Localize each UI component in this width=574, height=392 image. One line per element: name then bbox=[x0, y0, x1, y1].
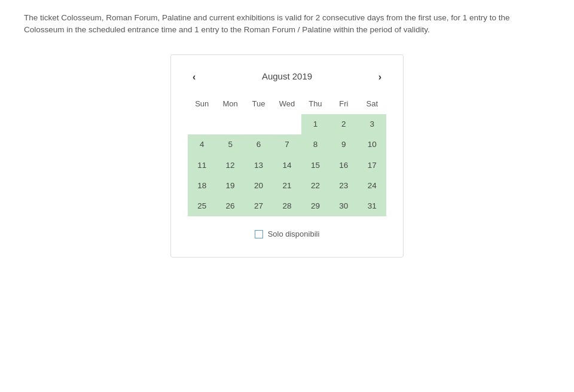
month-year-label: August 2019 bbox=[262, 70, 312, 84]
calendar-day-21[interactable]: 21 bbox=[273, 176, 301, 196]
calendar-day-9[interactable]: 9 bbox=[329, 134, 358, 155]
calendar-header: ‹ August 2019 › bbox=[188, 69, 386, 85]
calendar-day-22[interactable]: 22 bbox=[301, 176, 329, 196]
calendar-day-23[interactable]: 23 bbox=[329, 176, 358, 196]
calendar-grid: SunMonTueWedThuFriSat 123456789101112131… bbox=[188, 94, 386, 217]
calendar-day-19[interactable]: 19 bbox=[216, 176, 244, 196]
calendar-week-row: 11121314151617 bbox=[188, 155, 386, 176]
calendar-day-6[interactable]: 6 bbox=[245, 134, 273, 155]
calendar-week-row: 18192021222324 bbox=[188, 176, 386, 196]
next-month-button[interactable]: › bbox=[374, 69, 386, 85]
calendar-day-10[interactable]: 10 bbox=[358, 134, 386, 155]
calendar-day-13[interactable]: 13 bbox=[245, 155, 273, 176]
calendar-day-4[interactable]: 4 bbox=[188, 134, 216, 155]
calendar-day-27[interactable]: 27 bbox=[245, 196, 273, 216]
calendar-day-30[interactable]: 30 bbox=[329, 196, 358, 216]
solo-disponibili-label: Solo disponibili bbox=[268, 228, 320, 240]
calendar-day-2[interactable]: 2 bbox=[329, 114, 358, 134]
calendar-day-26[interactable]: 26 bbox=[216, 196, 244, 216]
calendar-day-15[interactable]: 15 bbox=[301, 155, 329, 176]
calendar-empty-cell bbox=[216, 114, 244, 134]
calendar-day-20[interactable]: 20 bbox=[245, 176, 273, 196]
solo-disponibili-checkbox[interactable] bbox=[255, 230, 263, 238]
weekday-header-row: SunMonTueWedThuFriSat bbox=[188, 94, 386, 115]
legend: Solo disponibili bbox=[188, 228, 386, 240]
calendar-day-1[interactable]: 1 bbox=[301, 114, 329, 134]
description-text: The ticket Colosseum, Roman Forum, Palat… bbox=[24, 12, 538, 36]
calendar-day-5[interactable]: 5 bbox=[216, 134, 244, 155]
calendar-day-25[interactable]: 25 bbox=[188, 196, 216, 216]
calendar-day-7[interactable]: 7 bbox=[273, 134, 301, 155]
weekday-wed: Wed bbox=[273, 94, 301, 115]
calendar-day-18[interactable]: 18 bbox=[188, 176, 216, 196]
calendar-day-16[interactable]: 16 bbox=[329, 155, 358, 176]
calendar-week-row: 45678910 bbox=[188, 134, 386, 155]
calendar-empty-cell bbox=[273, 114, 301, 134]
calendar-day-29[interactable]: 29 bbox=[301, 196, 329, 216]
weekday-mon: Mon bbox=[216, 94, 244, 115]
weekday-sat: Sat bbox=[358, 94, 386, 115]
prev-month-button[interactable]: ‹ bbox=[188, 69, 200, 85]
calendar-empty-cell bbox=[188, 114, 216, 134]
calendar-day-11[interactable]: 11 bbox=[188, 155, 216, 176]
calendar-day-24[interactable]: 24 bbox=[358, 176, 386, 196]
calendar-day-14[interactable]: 14 bbox=[273, 155, 301, 176]
calendar-day-17[interactable]: 17 bbox=[358, 155, 386, 176]
calendar-day-3[interactable]: 3 bbox=[358, 114, 386, 134]
calendar-day-28[interactable]: 28 bbox=[273, 196, 301, 216]
weekday-fri: Fri bbox=[329, 94, 358, 115]
calendar-day-31[interactable]: 31 bbox=[358, 196, 386, 216]
calendar-day-12[interactable]: 12 bbox=[216, 155, 244, 176]
calendar-day-8[interactable]: 8 bbox=[301, 134, 329, 155]
calendar-container: ‹ August 2019 › SunMonTueWedThuFriSat 12… bbox=[170, 54, 404, 258]
weekday-sun: Sun bbox=[188, 94, 216, 115]
weekday-tue: Tue bbox=[245, 94, 273, 115]
weekday-thu: Thu bbox=[301, 94, 329, 115]
calendar-wrapper: ‹ August 2019 › SunMonTueWedThuFriSat 12… bbox=[24, 54, 550, 258]
calendar-week-row: 123 bbox=[188, 114, 386, 134]
calendar-empty-cell bbox=[245, 114, 273, 134]
calendar-week-row: 25262728293031 bbox=[188, 196, 386, 216]
